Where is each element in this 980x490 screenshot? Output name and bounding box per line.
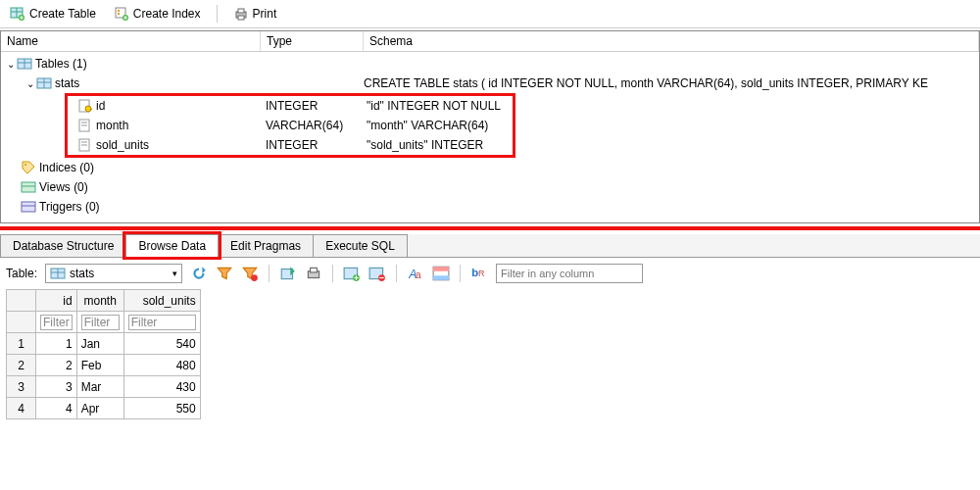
cell-id[interactable]: 3 [36,376,77,398]
row-header[interactable]: 4 [7,398,36,419]
svg-text:a: a [416,270,421,280]
schema-tree-panel: Name Type Schema ⌄ Tables (1) ⌄ stats CR… [0,30,980,223]
export-icon[interactable] [279,265,297,282]
tab-edit-pragmas[interactable]: Edit Pragmas [218,234,314,257]
corner-cell [7,290,36,312]
refresh-icon[interactable] [190,265,208,282]
table-row[interactable]: 22Feb480 [7,355,201,376]
cell-id[interactable]: 1 [36,333,77,355]
chevron-down-icon: ▾ [172,269,177,278]
main-tabs: Database Structure Browse Data Edit Prag… [0,234,980,258]
view-icon [21,179,36,195]
cell-id[interactable]: 2 [36,355,77,376]
cell-sold[interactable]: 480 [123,355,200,376]
col-header-sold[interactable]: sold_units [123,290,200,312]
header-type[interactable]: Type [261,31,364,51]
table-icon [50,266,66,281]
create-table-button[interactable]: Create Table [6,4,100,24]
row-header[interactable]: 2 [7,355,36,376]
cell-month[interactable]: Feb [76,355,123,376]
create-index-button[interactable]: Create Index [110,4,205,24]
filter-month[interactable]: Filter [76,312,123,333]
svg-rect-53 [433,275,449,280]
filter-id[interactable]: Filter [36,312,77,333]
tab-execute-sql[interactable]: Execute SQL [313,234,408,257]
column-row[interactable]: idINTEGER"id" INTEGER NOT NULL [68,96,513,116]
views-group-row[interactable]: Views (0) [21,177,979,197]
triggers-group-row[interactable]: Triggers (0) [21,197,979,217]
grid-header-row: id month sold_units [7,290,201,312]
key-column-icon [77,98,93,114]
column-schema: "month" VARCHAR(64) [367,119,513,132]
col-header-id[interactable]: id [36,290,77,312]
columns-highlight-box: idINTEGER"id" INTEGER NOT NULLmonthVARCH… [65,93,515,158]
cell-sold[interactable]: 550 [123,398,200,419]
cell-sold[interactable]: 430 [123,376,200,398]
tree-header: Name Type Schema [1,31,979,52]
cell-month[interactable]: Apr [76,398,123,419]
tab-browse-data[interactable]: Browse Data [125,234,219,257]
table-row[interactable]: 44Apr550 [7,398,201,419]
column-row[interactable]: monthVARCHAR(64)"month" VARCHAR(64) [68,116,513,135]
svg-rect-23 [90,109,92,110]
global-filter-input[interactable] [496,264,643,283]
tab-database-structure[interactable]: Database Structure [0,234,126,257]
svg-point-38 [251,274,258,281]
views-label: Views (0) [39,180,88,194]
create-index-label: Create Index [133,7,201,21]
table-stats-row[interactable]: ⌄ stats CREATE TABLE stats ( id INTEGER … [1,74,979,93]
triggers-label: Triggers (0) [39,200,100,214]
svg-rect-52 [433,267,449,271]
print-grid-icon[interactable] [305,265,322,282]
print-button[interactable]: Print [229,4,281,24]
svg-rect-8 [118,13,120,15]
svg-rect-7 [118,10,120,12]
column-icon [77,118,93,133]
table-select[interactable]: stats ▾ [45,264,182,283]
indices-group-row[interactable]: Indices (0) [21,158,979,177]
row-header[interactable]: 3 [7,376,36,398]
conditional-format-icon[interactable] [432,265,450,282]
insert-row-icon[interactable] [343,265,361,282]
cell-sold[interactable]: 540 [123,333,200,355]
divider [269,265,270,282]
svg-rect-41 [311,268,318,272]
row-header[interactable]: 1 [7,333,36,355]
indices-label: Indices (0) [39,161,94,174]
svg-rect-13 [238,9,244,13]
delete-row-icon[interactable] [368,265,386,282]
table-add-icon [10,6,25,22]
header-name[interactable]: Name [1,31,261,51]
expander-icon[interactable]: ⌄ [5,59,17,70]
column-schema: "sold_units" INTEGER [367,138,513,152]
table-label: Table: [6,267,37,280]
table-row[interactable]: 11Jan540 [7,333,201,355]
table-row[interactable]: 33Mar430 [7,376,201,398]
cell-id[interactable]: 4 [36,398,77,419]
column-name: month [96,119,128,132]
tables-group-row[interactable]: ⌄ Tables (1) [1,54,979,74]
column-icon [77,137,93,153]
tree-body: ⌄ Tables (1) ⌄ stats CREATE TABLE stats … [1,52,979,222]
divider [332,265,333,282]
cell-month[interactable]: Jan [76,333,123,355]
column-name: sold_units [96,138,149,152]
divider [396,265,397,282]
browse-toolbar: Table: stats ▾ Aa bR [0,258,980,289]
table-schema-text: CREATE TABLE stats ( id INTEGER NOT NULL… [364,76,979,90]
col-header-month[interactable]: month [76,290,123,312]
trigger-icon [21,199,36,215]
replace-icon[interactable]: bR [470,265,488,282]
expander-icon[interactable]: ⌄ [24,78,36,89]
save-filter-icon[interactable] [241,265,259,282]
filter-sold[interactable]: Filter [123,312,200,333]
text-format-icon[interactable]: Aa [407,265,424,282]
toolbar-divider [217,5,218,23]
clear-filter-icon[interactable] [216,265,233,282]
print-label: Print [253,7,277,21]
column-schema: "id" INTEGER NOT NULL [367,99,513,113]
header-schema[interactable]: Schema [364,31,979,51]
cell-month[interactable]: Mar [76,376,123,398]
column-row[interactable]: sold_unitsINTEGER"sold_units" INTEGER [68,135,513,155]
divider [460,265,461,282]
